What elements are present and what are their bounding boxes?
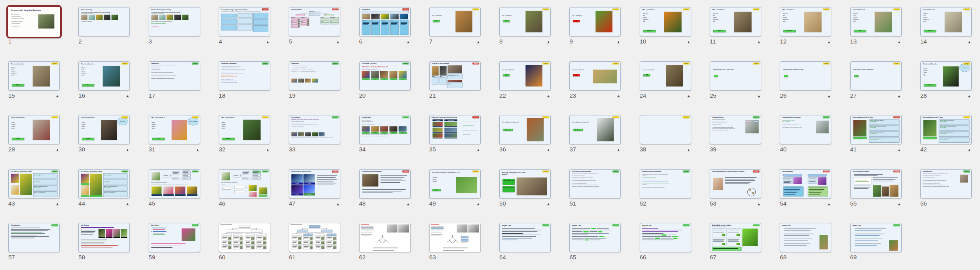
animation-star-icon[interactable]: ★ xyxy=(968,40,971,44)
slide-thumbnail-18[interactable]: Vertebrates (Answers)A vertebrate is an … xyxy=(219,61,270,91)
slide-thumbnail-55[interactable]: Asexual ReproductionAnswers xyxy=(850,169,902,198)
slide-thumbnail-32[interactable]: This invertebrate is...- Insect- Mollusc… xyxy=(219,115,270,144)
slide-thumbnail-35[interactable]: Plants are Flowering or Non-FloweringFlo… xyxy=(429,115,481,144)
animation-star-icon[interactable]: ★ xyxy=(336,40,339,44)
animation-star-icon[interactable]: ★ xyxy=(687,94,690,98)
slide-thumbnail-13[interactable]: This vertebrate is...- Mammal- Bird- Rep… xyxy=(850,7,902,36)
slide-thumbnail-9[interactable]: Is it a vertebrate?NOAnswer xyxy=(569,7,621,36)
animation-star-icon[interactable]: ★ xyxy=(547,148,550,152)
animation-star-icon[interactable]: ★ xyxy=(547,40,550,44)
slide-thumbnail-59[interactable]: Life Cycles1.2.3.4.Answers xyxy=(149,223,200,252)
slide-thumbnail-36[interactable]: Is it deciduous or coniferous?DeciduousA… xyxy=(499,115,551,144)
animation-star-icon[interactable]: ★ xyxy=(336,202,339,206)
slide-thumbnail-44[interactable]: Use the Key to Identify These!PansyHibis… xyxy=(78,169,130,198)
slide-thumbnail-63[interactable] xyxy=(429,223,481,252)
slide-thumbnail-24[interactable]: Is it an invertebrate?YESAnswer xyxy=(640,61,691,91)
slide-thumbnail-37[interactable]: Is it deciduous or coniferous?Coniferous… xyxy=(569,115,621,144)
animation-star-icon[interactable]: ★ xyxy=(406,40,409,44)
animation-star-icon[interactable]: ★ xyxy=(827,94,830,98)
slide-thumbnail-7[interactable]: Is it a vertebrate?YESAnswer xyxy=(429,7,481,36)
animation-star-icon[interactable]: ★ xyxy=(687,40,690,44)
animation-star-icon[interactable]: ★ xyxy=(126,202,129,206)
slide-thumbnail-8[interactable]: Is it a vertebrate?YESAnswer xyxy=(499,7,551,36)
slide-thumbnail-4[interactable]: Group Reading – Topic VocabularyWe used … xyxy=(219,7,270,36)
animation-star-icon[interactable]: ★ xyxy=(617,94,620,98)
animation-star-icon[interactable]: ★ xyxy=(827,202,830,206)
animation-star-icon[interactable]: ★ xyxy=(617,148,620,152)
animation-star-icon[interactable]: ★ xyxy=(687,148,690,152)
slide-thumbnail-17[interactable]: VertebratesWord bank: spine, reptile, fi… xyxy=(149,61,200,91)
slide-thumbnail-39[interactable]: Grouping PlantsCopy and choose the corre… xyxy=(710,115,761,144)
slide-thumbnail-65[interactable]: English Link:Answers xyxy=(569,223,621,252)
slide-thumbnail-28[interactable]: This invertebrate is...- Insect- Mollusc… xyxy=(920,61,972,91)
slide-thumbnail-50[interactable]: How does cutting down trees affect anima… xyxy=(499,169,551,198)
animation-star-icon[interactable]: ★ xyxy=(56,148,59,152)
animation-star-icon[interactable]: ★ xyxy=(266,148,269,152)
slide-thumbnail-57[interactable]: ReproductionAnswers xyxy=(8,223,60,252)
animation-star-icon[interactable]: ★ xyxy=(898,148,901,152)
slide-thumbnail-34[interactable]: InvertebratesSpiders have got 8 legs.Spi… xyxy=(359,115,411,144)
slide-thumbnail-6[interactable]: VertebratesVertebrates are animals with … xyxy=(359,7,411,36)
slide-thumbnail-51[interactable]: Protecting the EnvironmentWord bank: she… xyxy=(569,169,621,198)
animation-star-icon[interactable]: ★ xyxy=(898,202,901,206)
slide-thumbnail-31[interactable]: This invertebrate is...- Insect- Mollusc… xyxy=(149,115,200,144)
slide-thumbnail-62[interactable] xyxy=(359,223,411,252)
slide-thumbnail-20[interactable]: Vertebrates (Answers)Mammals have hair o… xyxy=(359,61,411,91)
slide-thumbnail-19[interactable]: VertebratesCopy and fill in the blanks u… xyxy=(289,61,340,91)
slide-thumbnail-42[interactable]: Using a Key to Identify PlantsHollyQuest… xyxy=(920,115,972,144)
slide-thumbnail-14[interactable]: This vertebrate is...- Mammal- Bird- Rep… xyxy=(920,7,972,36)
animation-star-icon[interactable]: ★ xyxy=(968,148,971,152)
animation-star-icon[interactable]: ★ xyxy=(56,94,59,98)
animation-star-icon[interactable]: ★ xyxy=(898,94,901,98)
slide-thumbnail-69[interactable]: Maths Link:1.2.3.4.Answers xyxy=(850,223,902,252)
animation-star-icon[interactable]: ★ xyxy=(757,202,760,206)
slide-thumbnail-23[interactable]: Is it an invertebrate?NOAnswer xyxy=(569,61,621,91)
slide-thumbnail-52[interactable]: Protecting the EnvironmentA habitat is w… xyxy=(640,169,691,198)
slide-thumbnail-12[interactable]: This vertebrate is...- Mammal- Bird- Rep… xyxy=(780,7,831,36)
slide-thumbnail-38[interactable]: Answer xyxy=(640,115,691,144)
animation-star-icon[interactable]: ★ xyxy=(547,202,550,206)
animation-star-icon[interactable]: ★ xyxy=(898,40,901,44)
animation-star-icon[interactable]: ★ xyxy=(477,148,480,152)
slide-thumbnail-67[interactable]: English Link – Group ReadingAnswers xyxy=(710,223,761,252)
slide-thumbnail-40[interactable]: Grouping Plants (Answers)Coniferous tree… xyxy=(780,115,831,144)
animation-star-icon[interactable]: ★ xyxy=(406,202,409,206)
slide-thumbnail-2[interactable]: Starter Activity1. Living things can be … xyxy=(78,7,130,36)
slide-thumbnail-5[interactable]: ClassificationLiving thingsMicro-organis… xyxy=(289,7,340,36)
animation-star-icon[interactable]: ★ xyxy=(827,40,830,44)
animation-star-icon[interactable]: ★ xyxy=(266,40,269,44)
slide-thumbnail-66[interactable]: English Link:Answers xyxy=(640,223,691,252)
animation-star-icon[interactable]: ★ xyxy=(547,94,550,98)
slide-thumbnail-11[interactable]: This vertebrate is...- Mammal- Bird- Rep… xyxy=(710,7,761,36)
slide-thumbnail-30[interactable]: This invertebrate is...- Insect- Mollusc… xyxy=(78,115,130,144)
animation-star-icon[interactable]: ★ xyxy=(126,94,129,98)
slide-thumbnail-48[interactable]: Protecting the EnvironmentAnswers xyxy=(359,169,411,198)
slide-thumbnail-3[interactable]: Starter Activity (Answers)1. Living thin… xyxy=(149,7,200,36)
slide-thumbnail-60[interactable] xyxy=(219,223,270,252)
slide-thumbnail-27[interactable]: How many legs have worms got?0Answer xyxy=(850,61,902,91)
animation-star-icon[interactable]: ★ xyxy=(968,94,971,98)
slide-thumbnail-16[interactable]: This vertebrate is...- Mammal- Bird- Rep… xyxy=(78,61,130,91)
slide-thumbnail-53[interactable]: Sexual Reproduction Produces Seeds or Ba… xyxy=(710,169,761,198)
animation-star-icon[interactable]: ★ xyxy=(477,202,480,206)
animation-star-icon[interactable]: ★ xyxy=(126,148,129,152)
slide-thumbnail-61[interactable] xyxy=(289,223,340,252)
slide-thumbnail-56[interactable]: ReproductionWord bank: asexual, male (fa… xyxy=(920,169,972,198)
slide-thumbnail-64[interactable]: English Link:Answers xyxy=(499,223,551,252)
slide-thumbnail-21[interactable]: Groups of InvertebratesMolluscsHave smoo… xyxy=(429,61,481,91)
slide-thumbnail-49[interactable]: The environment a plant or animal lives … xyxy=(429,169,481,198)
slide-thumbnail-45[interactable]: 1. Use the key to identify this plant2. … xyxy=(149,169,200,198)
slide-thumbnail-58[interactable]: Life Cycles xyxy=(78,223,130,252)
animation-star-icon[interactable]: ★ xyxy=(757,40,760,44)
slide-thumbnail-26[interactable]: How many legs have insects got?6Answer xyxy=(780,61,831,91)
slide-thumbnail-47[interactable]: Protecting the EnvironmentJellyfishJelly… xyxy=(289,169,340,198)
slide-thumbnail-43[interactable]: Use the Key to Identify These!Question 1… xyxy=(8,169,60,198)
slide-thumbnail-10[interactable]: This vertebrate is...- Mammal- Bird- Rep… xyxy=(640,7,691,36)
slide-thumbnail-54[interactable]: Group ReadingSexual Reproduction in Anim… xyxy=(780,169,831,198)
slide-thumbnail-1[interactable]: Groups and Lifecycles RevisionToday we w… xyxy=(6,5,62,38)
slide-thumbnail-68[interactable]: Maths Link:1.2.3.4. xyxy=(780,223,831,252)
animation-star-icon[interactable]: ★ xyxy=(757,94,760,98)
slide-thumbnail-22[interactable]: Is it an invertebrate?YESAnswer xyxy=(499,61,551,91)
animation-star-icon[interactable]: ★ xyxy=(56,202,59,206)
slide-thumbnail-33[interactable]: InvertebratesWord bank: spider, mollusc,… xyxy=(289,115,340,144)
